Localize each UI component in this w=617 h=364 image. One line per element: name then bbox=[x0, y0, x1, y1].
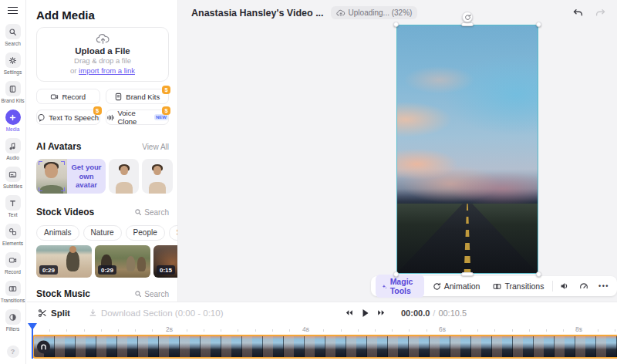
rotate-handle[interactable] bbox=[462, 12, 473, 22]
chip-animals[interactable]: Animals bbox=[36, 225, 79, 241]
chip-nature[interactable]: Nature bbox=[83, 225, 122, 241]
transport-controls: 00:00.0 / 00:10.5 bbox=[345, 302, 467, 323]
music-note-icon bbox=[5, 138, 21, 153]
split-button[interactable]: Split bbox=[38, 308, 70, 318]
brand-kits-icon bbox=[5, 81, 21, 96]
stock-videos-header: Stock Videos Search bbox=[36, 207, 169, 217]
ruler-label-4s: 4s bbox=[302, 325, 309, 333]
sidebar-item-label: Elements bbox=[2, 241, 23, 246]
sidebar-item-label: Audio bbox=[6, 155, 19, 160]
uploading-status-text: Uploading... (32%) bbox=[349, 8, 413, 17]
text-to-speech-button[interactable]: Text To Speech $ bbox=[36, 110, 100, 125]
project-title[interactable]: Anastasia Hansley's Video ... bbox=[191, 8, 324, 19]
paid-badge: $ bbox=[162, 106, 170, 115]
resize-handle-bottom[interactable] bbox=[461, 272, 474, 276]
clip-toolbar: Magic Tools Animation Transitions ••• bbox=[371, 276, 617, 296]
playback-speed-button[interactable] bbox=[576, 281, 592, 291]
gear-icon bbox=[5, 52, 21, 68]
sidebar-item-media[interactable]: Media bbox=[0, 110, 26, 132]
timeline-clip[interactable] bbox=[32, 335, 617, 359]
redo-button[interactable] bbox=[595, 8, 606, 18]
video-figure bbox=[137, 257, 146, 271]
help-button[interactable]: ? bbox=[7, 345, 19, 358]
paid-badge: $ bbox=[93, 106, 102, 115]
sidebar-item-search[interactable]: Search bbox=[0, 24, 26, 46]
resize-handle-top-right[interactable] bbox=[536, 22, 541, 27]
waveform-icon bbox=[106, 113, 115, 122]
sidebar-item-elements[interactable]: Elements bbox=[0, 224, 26, 246]
timeline-ruler[interactable]: 2s 4s 6s 8s bbox=[27, 323, 617, 335]
sidebar-item-subtitles[interactable]: Subtitles bbox=[0, 167, 26, 189]
stock-videos-search[interactable]: Search bbox=[134, 208, 169, 217]
record-button[interactable]: Record bbox=[36, 89, 100, 104]
text-icon bbox=[5, 195, 21, 211]
view-all-link[interactable]: View All bbox=[142, 143, 169, 151]
video-clip[interactable] bbox=[396, 25, 538, 274]
ai-avatar-thumbnail[interactable] bbox=[109, 159, 140, 194]
sidebar-item-brand-kits[interactable]: Brand Kits bbox=[0, 81, 26, 103]
sidebar-item-label: Transitions bbox=[1, 298, 25, 303]
search-label: Search bbox=[144, 290, 169, 298]
chip-people[interactable]: People bbox=[126, 225, 165, 241]
volume-button[interactable] bbox=[557, 281, 572, 291]
sidebar-item-settings[interactable]: Settings bbox=[0, 52, 26, 75]
avatar-face bbox=[120, 166, 128, 175]
transitions-button[interactable]: Transitions bbox=[488, 279, 548, 293]
stock-video-thumbnail[interactable]: 0:15 bbox=[153, 245, 177, 278]
sidebar-item-label: Search bbox=[5, 41, 21, 46]
cloud-upload-icon bbox=[336, 9, 346, 17]
voice-clone-label: Voice Clone bbox=[118, 109, 152, 126]
ruler-ticks bbox=[32, 329, 617, 332]
avatar-shoulders bbox=[40, 185, 63, 194]
scan-corner bbox=[39, 161, 42, 165]
search-icon bbox=[5, 24, 21, 39]
camera-icon bbox=[5, 252, 21, 268]
magic-tools-button[interactable]: Magic Tools bbox=[376, 275, 424, 298]
resize-handle-top-left[interactable] bbox=[393, 22, 399, 27]
time-display: 00:00.0 / 00:10.5 bbox=[401, 308, 467, 318]
sparkle-icon bbox=[382, 282, 387, 291]
sidebar-item-transitions[interactable]: Transitions bbox=[0, 281, 26, 303]
brand-kits-label: Brand Kits bbox=[126, 93, 160, 101]
resize-handle-top[interactable] bbox=[461, 22, 474, 26]
ai-avatars-title: AI Avatars bbox=[36, 141, 81, 152]
cloud-upload-icon bbox=[96, 33, 110, 45]
ai-avatar-thumbnail[interactable] bbox=[142, 159, 173, 194]
resize-handle-bottom-left[interactable] bbox=[393, 271, 399, 277]
upload-dropzone[interactable]: Upload a File Drag & drop a file or impo… bbox=[36, 27, 169, 82]
import-link[interactable]: import from a link bbox=[79, 66, 135, 75]
sidebar-item-filters[interactable]: Filters bbox=[0, 309, 26, 332]
download-section-button[interactable]: Download Section (0:00 - 0:10) bbox=[89, 308, 224, 318]
resize-handle-bottom-right[interactable] bbox=[536, 271, 541, 277]
animation-icon bbox=[433, 282, 441, 291]
play-button[interactable] bbox=[361, 308, 369, 318]
fast-forward-button[interactable] bbox=[377, 309, 386, 316]
sidebar-item-text[interactable]: Text bbox=[0, 195, 26, 217]
rewind-button[interactable] bbox=[345, 309, 353, 316]
menu-icon[interactable] bbox=[8, 7, 18, 14]
undo-button[interactable] bbox=[572, 8, 584, 18]
history-actions bbox=[572, 8, 606, 18]
video-layer-selected[interactable] bbox=[396, 25, 538, 274]
chip-slow-motion[interactable]: Slow Motion bbox=[169, 225, 177, 241]
search-icon bbox=[134, 208, 142, 216]
new-badge: NEW bbox=[154, 114, 168, 120]
sidebar-item-record[interactable]: Record bbox=[0, 252, 26, 275]
more-options-button[interactable]: ••• bbox=[595, 282, 612, 290]
sidebar-item-audio[interactable]: Audio bbox=[0, 138, 26, 160]
avatar-body bbox=[116, 182, 133, 194]
upload-title: Upload a File bbox=[75, 46, 130, 56]
get-your-own-avatar-card[interactable]: Get your own avatar bbox=[36, 159, 106, 194]
search-label: Search bbox=[144, 208, 169, 217]
voice-clone-button[interactable]: Voice Clone NEW $ bbox=[106, 110, 170, 125]
stock-video-thumbnail[interactable]: 0:29 bbox=[36, 245, 92, 278]
brand-kits-button[interactable]: Brand Kits $ bbox=[106, 89, 170, 104]
stock-music-search[interactable]: Search bbox=[134, 290, 169, 298]
panel-title: Add Media bbox=[36, 8, 173, 22]
uploading-status-badge: Uploading... (32%) bbox=[331, 6, 418, 19]
icon-rail: Search Settings Brand Kits Media Audio S… bbox=[0, 0, 26, 364]
speech-bubble-icon bbox=[37, 113, 46, 122]
stock-video-thumbnail[interactable]: 0:29 bbox=[95, 245, 150, 278]
animation-button[interactable]: Animation bbox=[428, 279, 485, 293]
avatar-row: Get your own avatar bbox=[36, 159, 173, 194]
